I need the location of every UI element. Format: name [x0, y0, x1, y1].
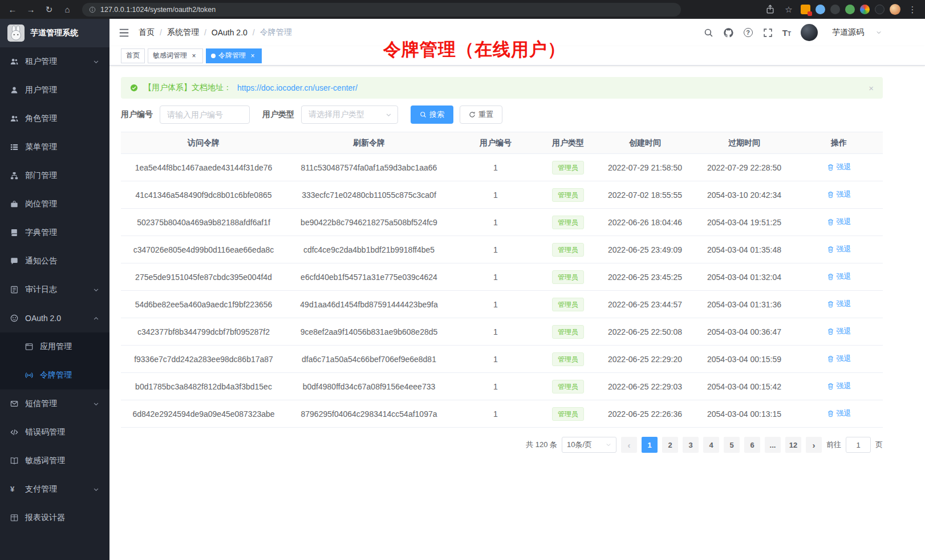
filter-bar: 用户编号 用户类型 请选择用户类型 搜索 重置	[121, 105, 883, 124]
extension-icon[interactable]	[875, 5, 885, 14]
font-size-icon[interactable]: TT	[782, 29, 791, 37]
column-header: 过期时间	[693, 132, 795, 154]
sidebar-item-sensitive[interactable]: 敏感词管理	[0, 447, 109, 475]
page-ellipsis-button[interactable]: ...	[765, 437, 781, 453]
expire-time-cell: 2054-03-04 00:15:59	[693, 346, 795, 373]
user-id-cell: 1	[452, 154, 539, 181]
app-title: 芋道管理系统	[30, 28, 78, 38]
create-time-cell: 2022-06-26 18:04:46	[597, 209, 693, 236]
sidebar-item-dict[interactable]: 字典管理	[0, 218, 109, 247]
goto-page-input[interactable]	[846, 437, 871, 453]
bookmark-star-icon[interactable]: ☆	[782, 3, 796, 17]
browser-profile-avatar[interactable]	[890, 4, 900, 15]
back-icon[interactable]: ←	[6, 3, 19, 17]
sidebar-item-menu[interactable]: 菜单管理	[0, 133, 109, 161]
user-name[interactable]: 芋道源码	[832, 27, 864, 38]
app-icon	[25, 343, 33, 351]
extension-icon[interactable]	[830, 5, 840, 14]
browser-chrome: ← → ↻ ⌂ 127.0.0.1:1024/system/oauth2/tok…	[0, 0, 925, 19]
tenant-icon	[10, 58, 18, 66]
sidebar-item-role[interactable]: 角色管理	[0, 104, 109, 133]
sidebar-item-sms[interactable]: 短信管理	[0, 389, 109, 418]
user-type-badge: 管理员	[552, 161, 584, 175]
github-icon[interactable]	[723, 27, 734, 38]
tab[interactable]: 首页	[121, 48, 145, 63]
token-table: 访问令牌刷新令牌用户编号用户类型创建时间过期时间操作 1ea5e44f8bc14…	[121, 132, 883, 428]
next-page-button[interactable]: ›	[806, 437, 822, 453]
page-button[interactable]: 3	[683, 437, 699, 453]
access-token-cell: c342377bf8b344799dcbf7bf095287f2	[121, 318, 286, 346]
sensitive-icon	[10, 457, 18, 465]
app-logo[interactable]: 芋道管理系统	[0, 19, 109, 47]
force-logout-button[interactable]: 强退	[827, 271, 851, 282]
extension-icon[interactable]	[860, 5, 870, 14]
tab-close-icon[interactable]: ×	[249, 52, 257, 60]
breadcrumb-item[interactable]: OAuth 2.0	[212, 28, 248, 37]
sidebar-subitem-app[interactable]: 应用管理	[0, 332, 109, 361]
extension-icon[interactable]	[801, 5, 810, 14]
force-logout-button[interactable]: 强退	[827, 354, 851, 364]
page-size-select[interactable]: 10条/页	[562, 437, 616, 453]
log-icon	[10, 286, 18, 294]
sidebar-item-pay[interactable]: ¥支付管理	[0, 475, 109, 504]
extension-icon[interactable]	[816, 5, 825, 14]
force-logout-button[interactable]: 强退	[827, 244, 851, 254]
force-logout-button[interactable]: 强退	[827, 326, 851, 336]
sidebar-item-errcode[interactable]: 错误码管理	[0, 418, 109, 447]
sidebar-item-user[interactable]: 用户管理	[0, 76, 109, 104]
force-logout-button[interactable]: 强退	[827, 217, 851, 227]
search-button[interactable]: 搜索	[411, 105, 453, 124]
sidebar-item-post[interactable]: 岗位管理	[0, 190, 109, 218]
tab-close-icon[interactable]: ×	[190, 52, 198, 60]
tab-label: 敏感词管理	[153, 51, 187, 60]
page-button[interactable]: 4	[703, 437, 719, 453]
breadcrumb-item[interactable]: 首页	[139, 27, 155, 38]
doc-link[interactable]: https://doc.iocoder.cn/user-center/	[237, 83, 358, 92]
reload-icon[interactable]: ↻	[42, 3, 56, 17]
breadcrumb-item[interactable]: 系统管理	[167, 27, 199, 38]
address-bar[interactable]: 127.0.0.1:1024/system/oauth2/token	[82, 3, 681, 17]
prev-page-button[interactable]: ‹	[621, 437, 637, 453]
share-icon[interactable]	[765, 5, 775, 14]
page-button[interactable]: 2	[662, 437, 678, 453]
extension-icon[interactable]	[845, 5, 855, 14]
search-icon[interactable]	[704, 28, 713, 38]
avatar[interactable]	[801, 24, 818, 41]
tab[interactable]: 令牌管理×	[206, 48, 262, 63]
more-vert-icon[interactable]: ⋮	[906, 3, 919, 17]
alert-close-icon[interactable]: ×	[869, 83, 874, 93]
home-icon[interactable]: ⌂	[60, 3, 74, 17]
page-button[interactable]: 6	[744, 437, 760, 453]
reset-button[interactable]: 重置	[460, 105, 502, 124]
page-button[interactable]: 1	[642, 437, 658, 453]
sidebar-collapse-icon[interactable]	[119, 27, 129, 38]
user-type-select[interactable]: 请选择用户类型	[301, 105, 398, 124]
sidebar-item-dept[interactable]: 部门管理	[0, 161, 109, 190]
force-logout-button[interactable]: 强退	[827, 408, 851, 419]
sidebar-subitem-token[interactable]: 令牌管理	[0, 361, 109, 389]
fullscreen-icon[interactable]	[763, 28, 773, 38]
user-type-badge: 管理员	[552, 216, 584, 229]
user-id-label: 用户编号	[121, 109, 153, 120]
help-icon[interactable]: ?	[744, 28, 753, 38]
tab[interactable]: 敏感词管理×	[148, 48, 203, 63]
refresh-token-cell: dfa6c71a50a54c66bef706ef9e6e8d81	[286, 346, 452, 373]
sidebar-item-tenant[interactable]: 租户管理	[0, 47, 109, 76]
force-logout-button[interactable]: 强退	[827, 162, 851, 172]
force-logout-button[interactable]: 强退	[827, 381, 851, 391]
chevron-down-icon[interactable]	[876, 30, 882, 35]
force-logout-button[interactable]: 强退	[827, 299, 851, 309]
force-logout-button[interactable]: 强退	[827, 189, 851, 200]
sidebar-item-oauth[interactable]: OAuth 2.0	[0, 304, 109, 332]
user-id-input[interactable]	[160, 105, 250, 124]
sidebar-item-log[interactable]: 审计日志	[0, 275, 109, 304]
sidebar-item-notice[interactable]: 通知公告	[0, 247, 109, 275]
dict-icon	[10, 229, 18, 237]
table-row: 502375b8040a469a9b82188afdf6af1fbe90422b…	[121, 209, 883, 236]
sidebar-item-report[interactable]: 报表设计器	[0, 504, 109, 532]
expire-time-cell: 2054-03-10 20:42:34	[693, 181, 795, 209]
page-button[interactable]: 12	[785, 437, 801, 453]
site-info-icon[interactable]	[89, 6, 96, 13]
forward-icon[interactable]: →	[24, 3, 38, 17]
page-button[interactable]: 5	[724, 437, 740, 453]
